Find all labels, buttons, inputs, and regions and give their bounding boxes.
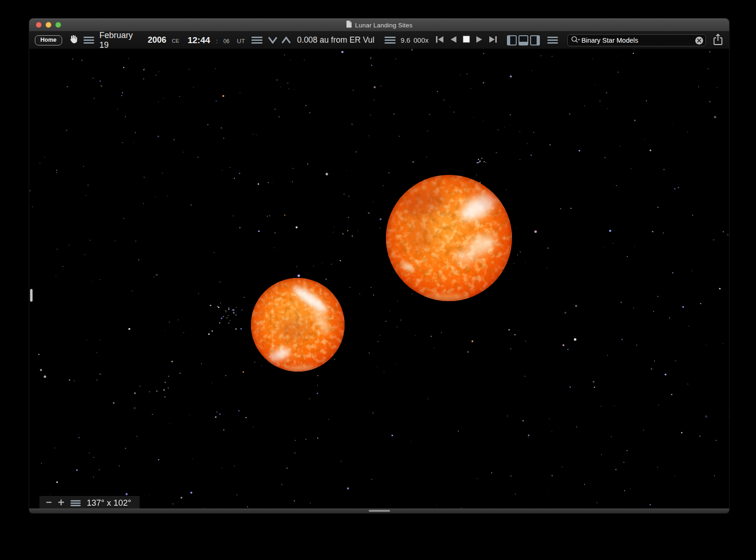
app-window: Lunar Landing Sites Home February 19 200… xyxy=(29,19,729,513)
window-footer xyxy=(29,509,729,513)
home-button[interactable]: Home xyxy=(35,35,62,45)
time-rate-display[interactable]: 9.6 000x xyxy=(401,36,429,44)
toggle-bottom-panel-button[interactable] xyxy=(519,35,528,45)
year-display[interactable]: 2006 xyxy=(147,35,166,45)
desktop-background: Lunar Landing Sites Home February 19 200… xyxy=(0,0,756,560)
search-icon xyxy=(571,36,581,45)
fov-value: 137° x 102° xyxy=(87,498,131,508)
view-options-menu-icon[interactable] xyxy=(547,37,558,44)
toggle-right-panel-button[interactable] xyxy=(530,35,540,45)
toggle-left-panel-button[interactable] xyxy=(507,35,517,45)
seconds-display[interactable]: 06 xyxy=(223,36,229,45)
clear-search-button[interactable] xyxy=(695,37,703,45)
time-rate-value: 9.6 xyxy=(401,36,410,44)
starfield[interactable] xyxy=(29,49,729,509)
jump-to-start-button[interactable] xyxy=(436,36,444,45)
date-display[interactable]: February 19 xyxy=(99,31,138,50)
jump-to-end-button[interactable] xyxy=(489,36,497,45)
bottom-resize-handle[interactable] xyxy=(369,510,390,512)
stop-button[interactable] xyxy=(463,36,470,45)
left-drawer-handle[interactable] xyxy=(30,289,32,302)
fov-indicator: − + 137° x 102° xyxy=(39,496,140,509)
sky-view[interactable]: − + 137° x 102° xyxy=(29,49,729,509)
fov-menu-icon[interactable] xyxy=(70,500,81,506)
viewer-location-display[interactable]: 0.008 au from ER Vul xyxy=(297,35,375,45)
time-rate-menu-icon[interactable] xyxy=(384,37,395,44)
search-input[interactable] xyxy=(581,37,692,44)
play-forward-button[interactable] xyxy=(476,36,483,45)
time-display[interactable]: 12:44 xyxy=(187,35,210,45)
time-rate-suffix: 000x xyxy=(414,36,429,44)
document-icon xyxy=(346,20,352,30)
timezone-label: UT xyxy=(237,36,245,45)
panel-toggles xyxy=(507,35,540,45)
date-time-menu-icon[interactable] xyxy=(83,37,94,44)
toolbar: Home February 19 2006 CE 12:44 : 06 UT 0… xyxy=(29,32,729,49)
hand-pan-icon[interactable] xyxy=(68,34,78,46)
share-button[interactable] xyxy=(712,33,724,48)
play-reverse-button[interactable] xyxy=(450,36,457,45)
time-separator: : xyxy=(216,36,218,45)
elevation-up-icon[interactable] xyxy=(281,36,291,44)
elevation-down-icon[interactable] xyxy=(268,36,278,44)
star-primary[interactable] xyxy=(386,175,512,301)
zoom-out-button[interactable]: − xyxy=(46,497,52,509)
era-label: CE xyxy=(172,37,179,44)
window-title: Lunar Landing Sites xyxy=(355,22,413,29)
titlebar[interactable]: Lunar Landing Sites xyxy=(29,19,729,32)
star-secondary[interactable] xyxy=(251,278,345,372)
zoom-in-button[interactable]: + xyxy=(58,497,64,509)
playback-controls xyxy=(436,36,497,45)
search-field[interactable] xyxy=(567,34,706,46)
location-menu-icon[interactable] xyxy=(251,37,262,44)
